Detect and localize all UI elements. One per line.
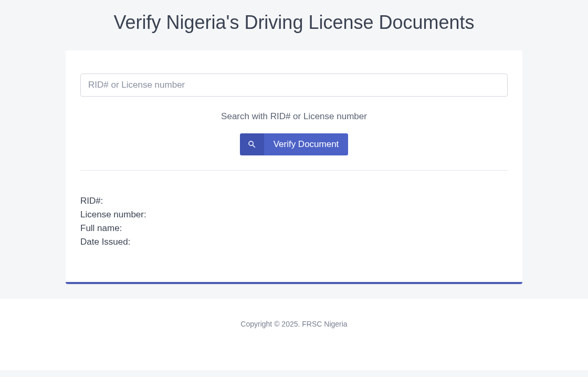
search-input[interactable] <box>80 74 508 97</box>
verify-button-label: Verify Document <box>264 133 349 155</box>
footer: Copyright © 2025. FRSC Nigeria <box>0 299 588 370</box>
footer-text: Copyright © 2025. FRSC Nigeria <box>240 320 347 328</box>
result-rid-label: RID#: <box>80 196 103 206</box>
search-helper-text: Search with RID# or License number <box>80 111 508 122</box>
result-license: License number: <box>80 210 508 220</box>
verify-button[interactable]: Verify Document <box>240 133 349 155</box>
result-rid: RID#: <box>80 196 508 206</box>
result-fullname-label: Full name: <box>80 223 122 233</box>
result-fullname: Full name: <box>80 223 508 234</box>
result-date-label: Date Issued: <box>80 237 130 247</box>
search-icon <box>240 133 264 155</box>
verify-card: Search with RID# or License number Verif… <box>66 50 522 284</box>
result-license-label: License number: <box>80 210 146 219</box>
page-title: Verify Nigeria's Driving License Documen… <box>0 0 588 41</box>
result-date: Date Issued: <box>80 237 508 247</box>
divider <box>80 170 508 171</box>
results-block: RID#: License number: Full name: Date Is… <box>80 196 508 247</box>
